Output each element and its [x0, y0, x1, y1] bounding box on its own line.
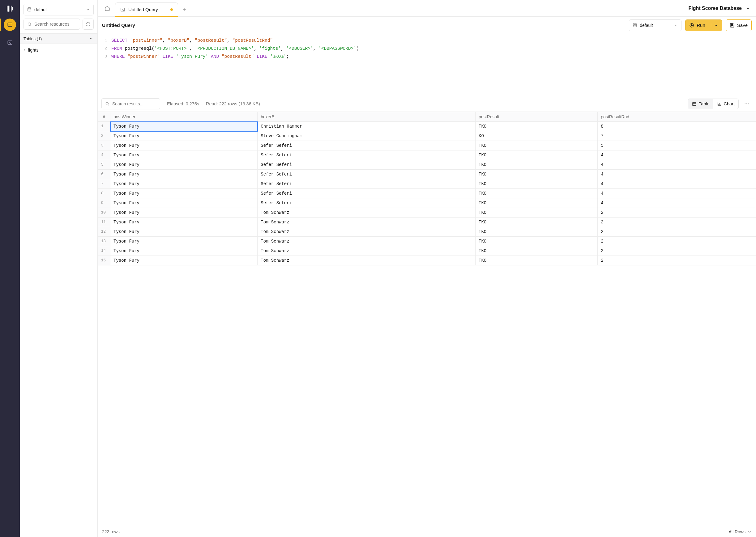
cell[interactable]: 4 — [598, 189, 756, 198]
cell[interactable]: Sefer Seferi — [257, 150, 475, 160]
cell[interactable]: Tyson Fury — [111, 170, 257, 179]
table-row[interactable]: 11Tyson FuryTom SchwarzTKO2 — [98, 218, 756, 227]
cell[interactable]: Sefer Seferi — [257, 179, 475, 189]
cell[interactable]: TKO — [475, 189, 598, 198]
cell[interactable]: Sefer Seferi — [257, 189, 475, 198]
table-row[interactable]: 4Tyson FurySefer SeferiTKO4 — [98, 150, 756, 160]
cell[interactable]: TKO — [475, 237, 598, 246]
cell[interactable]: Tyson Fury — [111, 256, 257, 266]
code-line[interactable]: FROM postgresql('<HOST:PORT>', '<PRODUCT… — [111, 45, 359, 53]
table-row[interactable]: 14Tyson FuryTom SchwarzTKO2 — [98, 246, 756, 256]
cell[interactable]: TKO — [475, 141, 598, 150]
cell[interactable]: 4 — [598, 179, 756, 189]
table-row[interactable]: 13Tyson FuryTom SchwarzTKO2 — [98, 237, 756, 246]
cell[interactable]: TKO — [475, 208, 598, 218]
cell[interactable]: 5 — [598, 141, 756, 150]
cell[interactable]: Steve Cunningham — [257, 131, 475, 141]
column-header[interactable]: postResultRnd — [598, 112, 756, 122]
cell[interactable]: 8 — [598, 122, 756, 131]
cell[interactable]: Tyson Fury — [111, 122, 257, 131]
resource-search-input[interactable] — [34, 21, 77, 26]
table-row[interactable]: 6Tyson FurySefer SeferiTKO4 — [98, 170, 756, 179]
view-chart-button[interactable]: Chart — [713, 99, 738, 109]
results-grid-wrap[interactable]: #postWinnerboxerBpostResultpostResultRnd… — [98, 112, 756, 526]
cell[interactable]: Sefer Seferi — [257, 198, 475, 208]
workspace-selector[interactable]: Fight Scores Database — [689, 0, 751, 17]
cell[interactable]: KO — [475, 131, 598, 141]
nav-sql-button[interactable] — [4, 19, 16, 31]
cell[interactable]: Tom Schwarz — [257, 218, 475, 227]
run-button[interactable]: Run — [685, 20, 722, 31]
cell[interactable]: 2 — [598, 208, 756, 218]
cell[interactable]: TKO — [475, 122, 598, 131]
add-tab-button[interactable] — [178, 2, 191, 17]
cell[interactable]: Tom Schwarz — [257, 246, 475, 256]
cell[interactable]: Tyson Fury — [111, 179, 257, 189]
cell[interactable]: TKO — [475, 246, 598, 256]
cell[interactable]: Tom Schwarz — [257, 237, 475, 246]
cell[interactable]: TKO — [475, 218, 598, 227]
cell[interactable]: 2 — [598, 218, 756, 227]
cell[interactable]: 4 — [598, 160, 756, 170]
cell[interactable]: Sefer Seferi — [257, 141, 475, 150]
cell[interactable]: Tyson Fury — [111, 227, 257, 237]
column-header[interactable]: postWinner — [111, 112, 257, 122]
table-row[interactable]: 7Tyson FurySefer SeferiTKO4 — [98, 179, 756, 189]
cell[interactable]: TKO — [475, 179, 598, 189]
code-line[interactable]: SELECT "postWinner", "boxerB", "postResu… — [111, 36, 273, 45]
cell[interactable]: TKO — [475, 170, 598, 179]
cell[interactable]: 2 — [598, 256, 756, 266]
cell[interactable]: Tyson Fury — [111, 198, 257, 208]
table-row[interactable]: 1Tyson FuryChristian HammerTKO8 — [98, 122, 756, 131]
table-row[interactable]: 8Tyson FurySefer SeferiTKO4 — [98, 189, 756, 198]
cell[interactable]: 4 — [598, 170, 756, 179]
cell[interactable]: Tyson Fury — [111, 237, 257, 246]
cell[interactable]: Tyson Fury — [111, 189, 257, 198]
table-item-fights[interactable]: › fights — [20, 46, 97, 54]
cell[interactable]: Tom Schwarz — [257, 256, 475, 266]
cell[interactable]: TKO — [475, 150, 598, 160]
table-row[interactable]: 3Tyson FurySefer SeferiTKO5 — [98, 141, 756, 150]
cell[interactable]: 7 — [598, 131, 756, 141]
cell[interactable]: 4 — [598, 150, 756, 160]
table-row[interactable]: 5Tyson FurySefer SeferiTKO4 — [98, 160, 756, 170]
column-header[interactable]: postResult — [475, 112, 598, 122]
save-button[interactable]: Save — [726, 20, 752, 31]
view-table-button[interactable]: Table — [688, 99, 713, 109]
cell[interactable]: 2 — [598, 227, 756, 237]
refresh-button[interactable] — [83, 19, 94, 30]
code-line[interactable]: WHERE "postWinner" LIKE 'Tyson Fury' AND… — [111, 53, 289, 61]
cell[interactable]: Tyson Fury — [111, 246, 257, 256]
table-row[interactable]: 15Tyson FuryTom SchwarzTKO2 — [98, 256, 756, 266]
table-row[interactable]: 2Tyson FurySteve CunninghamKO7 — [98, 131, 756, 141]
results-search-input[interactable] — [112, 101, 157, 106]
cell[interactable]: Tom Schwarz — [257, 208, 475, 218]
resource-search[interactable] — [23, 19, 80, 30]
cell[interactable]: TKO — [475, 256, 598, 266]
sql-editor[interactable]: 1SELECT "postWinner", "boxerB", "postRes… — [98, 34, 756, 96]
cell[interactable]: Tyson Fury — [111, 160, 257, 170]
home-tab[interactable] — [100, 0, 115, 17]
cell[interactable]: 2 — [598, 237, 756, 246]
cell[interactable]: Tyson Fury — [111, 150, 257, 160]
cell[interactable]: Tom Schwarz — [257, 227, 475, 237]
column-header[interactable]: boxerB — [257, 112, 475, 122]
results-search[interactable] — [102, 98, 160, 109]
tables-section-header[interactable]: Tables (1) — [20, 33, 97, 44]
cell[interactable]: Sefer Seferi — [257, 160, 475, 170]
run-dropdown[interactable] — [711, 23, 718, 27]
cell[interactable]: Tyson Fury — [111, 141, 257, 150]
table-row[interactable]: 12Tyson FuryTom SchwarzTKO2 — [98, 227, 756, 237]
cell[interactable]: 2 — [598, 246, 756, 256]
table-row[interactable]: 9Tyson FurySefer SeferiTKO4 — [98, 198, 756, 208]
database-selector[interactable]: default — [23, 4, 94, 16]
cell[interactable]: 4 — [598, 198, 756, 208]
cell[interactable]: TKO — [475, 198, 598, 208]
cell[interactable]: Tyson Fury — [111, 131, 257, 141]
cell[interactable]: TKO — [475, 160, 598, 170]
cell[interactable]: Sefer Seferi — [257, 170, 475, 179]
cell[interactable]: Tyson Fury — [111, 208, 257, 218]
run-database-selector[interactable]: default — [629, 20, 682, 31]
cell[interactable]: Tyson Fury — [111, 218, 257, 227]
query-tab[interactable]: Untitled Query — [115, 2, 178, 17]
